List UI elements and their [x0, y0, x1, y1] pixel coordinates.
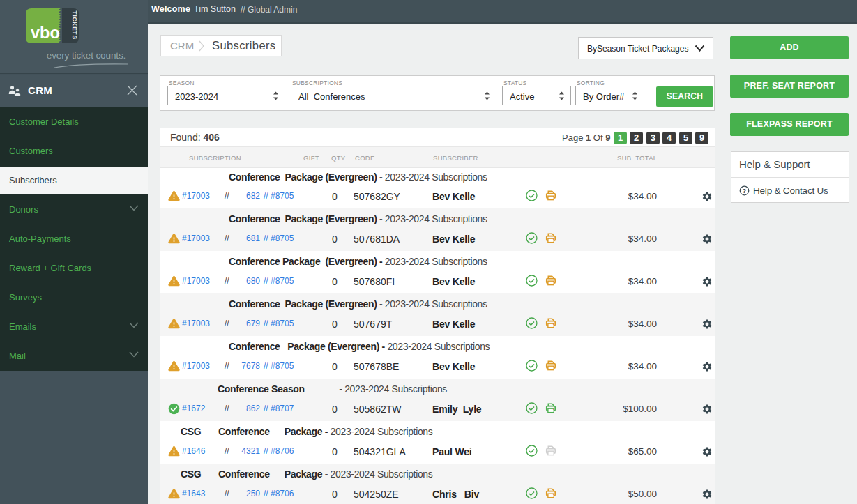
svg-text:TICKETS: TICKETS — [71, 11, 78, 40]
svg-text:?: ? — [743, 188, 746, 194]
svg-text:vbo: vbo — [31, 24, 60, 42]
